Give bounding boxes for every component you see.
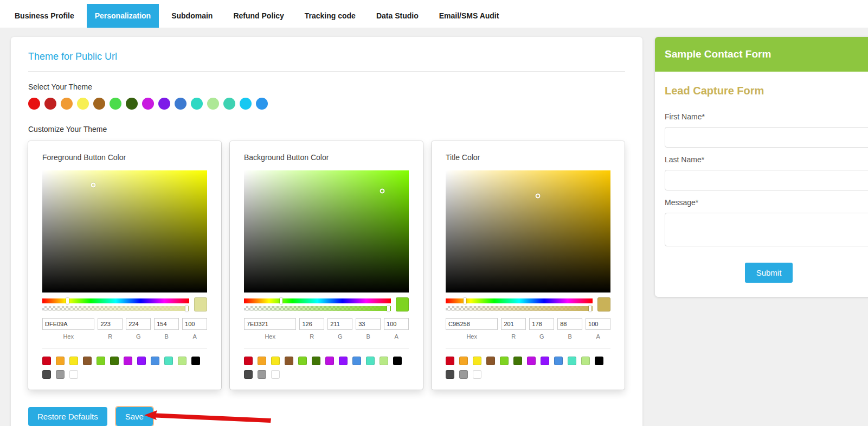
preset-swatch[interactable]: [191, 357, 200, 365]
preset-swatch[interactable]: [459, 357, 468, 365]
preset-swatch[interactable]: [500, 357, 509, 365]
alpha-slider-pointer[interactable]: [589, 306, 591, 311]
green-input[interactable]: [529, 318, 554, 330]
preset-swatch[interactable]: [312, 357, 320, 365]
preset-swatch[interactable]: [380, 357, 388, 365]
preset-swatch[interactable]: [473, 370, 481, 379]
restore-defaults-button[interactable]: Restore Defaults: [28, 407, 107, 426]
alpha-input[interactable]: [586, 318, 610, 330]
theme-color-circle[interactable]: [240, 98, 252, 110]
hue-slider[interactable]: [244, 298, 391, 303]
tab-data-studio[interactable]: Data Studio: [368, 4, 427, 28]
preset-swatch[interactable]: [554, 357, 563, 365]
preset-swatch[interactable]: [393, 357, 402, 365]
preset-swatch[interactable]: [581, 357, 590, 365]
preset-swatch[interactable]: [459, 370, 468, 379]
preset-swatch[interactable]: [473, 357, 481, 365]
hue-slider[interactable]: [446, 298, 593, 303]
theme-color-circle[interactable]: [207, 98, 219, 110]
tab-email-sms-audit[interactable]: Email/SMS Audit: [431, 4, 507, 28]
preset-swatch[interactable]: [110, 357, 119, 365]
alpha-slider-pointer[interactable]: [185, 306, 188, 311]
preset-swatch[interactable]: [352, 357, 361, 365]
preset-swatch[interactable]: [298, 357, 307, 365]
hex-input[interactable]: [446, 318, 498, 330]
red-input[interactable]: [98, 318, 123, 330]
red-input[interactable]: [299, 318, 324, 330]
preset-swatch[interactable]: [69, 357, 78, 365]
preset-swatch[interactable]: [271, 357, 280, 365]
preset-swatch[interactable]: [42, 357, 51, 365]
theme-color-circle[interactable]: [158, 98, 170, 110]
preset-swatch[interactable]: [151, 357, 159, 365]
first-name-input[interactable]: [665, 127, 868, 148]
preset-swatch[interactable]: [446, 357, 454, 365]
green-input[interactable]: [327, 318, 352, 330]
blue-input[interactable]: [557, 318, 582, 330]
alpha-slider-pointer[interactable]: [387, 306, 390, 311]
tab-refund-policy[interactable]: Refund Policy: [225, 4, 292, 28]
preset-swatch[interactable]: [83, 357, 92, 365]
preset-swatch[interactable]: [541, 357, 549, 365]
hue-slider[interactable]: [42, 298, 189, 303]
preset-swatch[interactable]: [56, 370, 65, 379]
last-name-input[interactable]: [665, 170, 868, 190]
preset-swatch[interactable]: [325, 357, 334, 365]
tab-subdomain[interactable]: Subdomain: [163, 4, 221, 28]
alpha-slider[interactable]: [42, 306, 189, 311]
preset-swatch[interactable]: [258, 370, 266, 379]
preset-swatch[interactable]: [42, 370, 51, 379]
green-input[interactable]: [126, 318, 151, 330]
preset-swatch[interactable]: [178, 357, 187, 365]
save-button[interactable]: Save: [116, 407, 153, 426]
theme-color-circle[interactable]: [223, 98, 235, 110]
preset-swatch[interactable]: [595, 357, 603, 365]
tab-business-profile[interactable]: Business Profile: [7, 4, 82, 28]
hue-slider-pointer[interactable]: [280, 298, 282, 304]
red-input[interactable]: [501, 318, 526, 330]
saturation-area[interactable]: [446, 170, 610, 293]
blue-input[interactable]: [356, 318, 381, 330]
preset-swatch[interactable]: [285, 357, 293, 365]
preset-swatch[interactable]: [97, 357, 105, 365]
preset-swatch[interactable]: [568, 357, 576, 365]
theme-color-circle[interactable]: [77, 98, 89, 110]
saturation-pointer[interactable]: [536, 194, 541, 199]
preset-swatch[interactable]: [446, 370, 454, 379]
theme-color-circle[interactable]: [126, 98, 138, 110]
submit-button[interactable]: Submit: [745, 263, 793, 283]
theme-color-circle[interactable]: [142, 98, 154, 110]
preset-swatch[interactable]: [271, 370, 280, 379]
hue-slider-pointer[interactable]: [66, 298, 69, 304]
preset-swatch[interactable]: [244, 357, 253, 365]
alpha-slider[interactable]: [446, 306, 593, 311]
preset-swatch[interactable]: [258, 357, 266, 365]
preset-swatch[interactable]: [486, 357, 495, 365]
saturation-pointer[interactable]: [380, 189, 385, 194]
alpha-input[interactable]: [182, 318, 207, 330]
theme-color-circle[interactable]: [175, 98, 187, 110]
preset-swatch[interactable]: [527, 357, 536, 365]
preset-swatch[interactable]: [56, 357, 65, 365]
preset-swatch[interactable]: [137, 357, 146, 365]
theme-color-circle[interactable]: [256, 98, 268, 110]
saturation-area[interactable]: [42, 170, 207, 293]
preset-swatch[interactable]: [513, 357, 522, 365]
hex-input[interactable]: [42, 318, 94, 330]
preset-swatch[interactable]: [164, 357, 173, 365]
hex-input[interactable]: [244, 318, 296, 330]
theme-color-circle[interactable]: [61, 98, 73, 110]
preset-swatch[interactable]: [366, 357, 375, 365]
theme-color-circle[interactable]: [191, 98, 203, 110]
saturation-pointer[interactable]: [91, 183, 96, 188]
hue-slider-pointer[interactable]: [464, 298, 466, 304]
tab-personalization[interactable]: Personalization: [87, 4, 159, 28]
tab-tracking-code[interactable]: Tracking code: [297, 4, 364, 28]
alpha-input[interactable]: [384, 318, 409, 330]
saturation-area[interactable]: [244, 170, 409, 293]
alpha-slider[interactable]: [244, 306, 391, 311]
preset-swatch[interactable]: [339, 357, 348, 365]
preset-swatch[interactable]: [69, 370, 78, 379]
theme-color-circle[interactable]: [44, 98, 56, 110]
theme-color-circle[interactable]: [93, 98, 105, 110]
